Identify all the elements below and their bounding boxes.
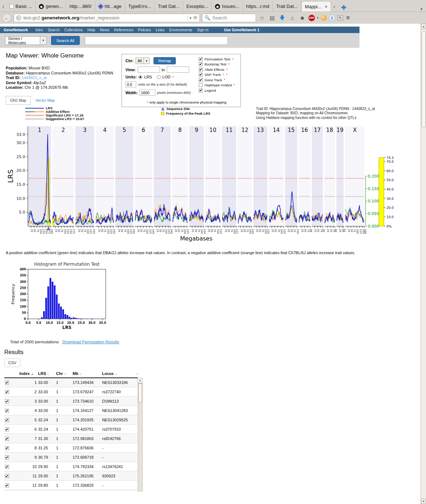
column-header-chr[interactable]: Chr ⬦ xyxy=(55,370,72,378)
download-permutation-link[interactable]: Download Permutation Results xyxy=(63,340,119,344)
category-dropdown-icon[interactable]: ▼ xyxy=(40,37,46,45)
nav-item-search[interactable]: Search xyxy=(48,28,60,32)
remap-button[interactable]: Remap xyxy=(154,57,175,64)
nav-item-collections[interactable]: Collections xyxy=(64,28,83,32)
svg-text:75: 75 xyxy=(83,229,86,232)
nav-item-policies[interactable]: Policies xyxy=(138,28,151,32)
search-all-button[interactable]: Search All xyxy=(51,36,80,45)
trait-id-link[interactable]: 1443823_s_at xyxy=(20,75,47,80)
nav-item-help[interactable]: Help xyxy=(87,28,95,32)
browser-tab[interactable]: genen... xyxy=(36,1,66,12)
notes-addon-icon[interactable]: ✎ xyxy=(337,15,343,20)
tab-scroll-right-icon[interactable]: › xyxy=(331,1,338,12)
column-header-mb[interactable]: Mb ⬦ xyxy=(72,370,101,378)
chromosome-select[interactable]: All▼ xyxy=(136,58,150,64)
stylish-addon-icon[interactable]: S xyxy=(329,15,335,21)
nav-item-environments[interactable]: Environments xyxy=(169,28,192,32)
browser-tab[interactable]: https...r.md xyxy=(243,1,273,12)
units-lod-radio[interactable] xyxy=(157,75,161,79)
adblock-icon[interactable]: ABP xyxy=(308,15,315,21)
checkbox[interactable]: ✔ xyxy=(199,57,203,61)
chat-icon[interactable]: ☻ xyxy=(298,15,306,21)
browser-tab[interactable]: http:...880/ xyxy=(66,1,95,12)
row-checkbox[interactable]: ✔ xyxy=(5,390,9,394)
results-table-scrollbar[interactable]: ▲ xyxy=(138,378,143,491)
tab-list-dropdown-icon[interactable]: ▾ xyxy=(417,7,426,12)
svg-text:50: 50 xyxy=(290,229,293,232)
csv-export-button[interactable]: CSV xyxy=(4,358,20,367)
browser-tab[interactable]: htt...age xyxy=(95,1,125,12)
scroll-down-icon[interactable]: ▼ xyxy=(421,499,426,504)
checkbox[interactable]: ✔ xyxy=(199,78,203,82)
units-lrs-radio[interactable] xyxy=(138,75,142,79)
svg-text:35.0: 35.0 xyxy=(99,321,106,325)
global-search-input[interactable] xyxy=(85,36,228,45)
row-checkbox[interactable]: ✔ xyxy=(5,474,9,478)
width-input[interactable] xyxy=(139,90,155,96)
row-checkbox[interactable]: ✔ xyxy=(5,455,9,459)
yaxis-units-input[interactable] xyxy=(125,81,136,87)
url-bar[interactable]: test-gn2.genenetwork.org/marker_regressi… xyxy=(14,14,200,22)
url-text[interactable]: test-gn2.genenetwork.org/marker_regressi… xyxy=(23,15,185,20)
reload-icon[interactable]: ⟳ xyxy=(193,15,197,20)
scroll-up-icon[interactable]: ▲ xyxy=(138,378,142,383)
nav-item-references[interactable]: References xyxy=(114,28,133,32)
checkbox[interactable] xyxy=(199,83,203,87)
search-input[interactable]: 🔍 Search xyxy=(202,14,256,22)
genenetwork-brand[interactable]: GeneNetwork xyxy=(4,28,28,32)
scroll-up-icon[interactable]: ▲ xyxy=(421,24,426,29)
checkbox[interactable]: ✔ xyxy=(199,73,203,77)
legend-item: Frequency of the Peak LRS xyxy=(161,111,210,116)
svg-text:50: 50 xyxy=(210,229,213,232)
bookmark-star-icon[interactable]: ☆ xyxy=(258,15,266,21)
new-tab-button[interactable]: ✚ xyxy=(338,4,350,12)
checkbox[interactable]: ✔ xyxy=(199,62,203,66)
url-dropdown-icon[interactable]: ▾ xyxy=(187,16,192,20)
row-checkbox[interactable]: ✔ xyxy=(5,446,9,450)
proxy-addon-icon[interactable] xyxy=(321,15,327,21)
line-greenorange-swatch xyxy=(25,111,44,112)
nav-item-news[interactable]: News xyxy=(100,28,109,32)
reading-list-icon[interactable]: ▤ xyxy=(268,15,276,21)
home-icon[interactable]: ⌂ xyxy=(288,15,296,21)
site-identity-icon[interactable] xyxy=(16,15,21,20)
close-tab-icon[interactable]: × xyxy=(325,4,327,9)
category-select[interactable]: Genes / Molecules ▼ xyxy=(5,36,47,45)
nav-item-intro[interactable]: Intro xyxy=(36,28,43,32)
nav-item-links[interactable]: Links xyxy=(156,28,165,32)
row-checkbox[interactable]: ✔ xyxy=(5,399,9,403)
adblock-dropdown-icon[interactable]: ▾ xyxy=(317,16,319,19)
browser-tab[interactable]: Mappi...× xyxy=(301,1,331,12)
browser-scrollbar[interactable]: ▲ ▼ xyxy=(421,24,426,504)
tab-scroll-left-icon[interactable]: ‹ xyxy=(0,1,6,12)
row-checkbox[interactable]: ✔ xyxy=(5,409,9,413)
column-header-index[interactable]: Index ▲ xyxy=(19,370,37,378)
browser-tab[interactable]: Trait Dat... xyxy=(273,1,301,12)
back-button[interactable]: ← xyxy=(2,13,12,23)
browser-tab[interactable]: Basic ... xyxy=(6,1,36,12)
browser-tab[interactable]: TypeErro... xyxy=(125,1,155,12)
view-from-input[interactable] xyxy=(138,67,160,73)
view-to-input[interactable] xyxy=(167,67,189,73)
downloads-icon[interactable] xyxy=(280,17,285,20)
checkbox[interactable]: ✔ xyxy=(199,68,203,72)
tab-vector-map[interactable]: Vector Map xyxy=(36,98,55,102)
column-header-locus[interactable]: Locus ⬦ xyxy=(101,370,136,378)
row-checkbox[interactable]: ✔ xyxy=(5,465,9,469)
scrollbar-thumb[interactable] xyxy=(138,384,142,402)
use-genenetwork1-link[interactable]: Use GeneNetwork 1 xyxy=(224,28,260,32)
tab-gn1-map[interactable]: GN1 Map xyxy=(6,96,31,105)
row-checkbox[interactable]: ✔ xyxy=(5,381,9,385)
browser-tab[interactable]: Exceptio... xyxy=(183,1,212,12)
nav-item-sign-in[interactable]: Sign in xyxy=(197,28,209,32)
browser-tab[interactable]: Trait Dat... xyxy=(155,1,183,12)
row-checkbox[interactable]: ✔ xyxy=(5,418,9,422)
row-checkbox[interactable]: ✔ xyxy=(5,437,9,441)
browser-scrollbar-thumb[interactable] xyxy=(422,31,426,128)
column-header-lrs[interactable]: LRS ⬦ xyxy=(37,370,55,378)
row-checkbox[interactable]: ✔ xyxy=(5,427,9,431)
browser-tab[interactable]: Issues... xyxy=(212,1,243,12)
hamburger-menu-icon[interactable]: ≡ xyxy=(346,14,350,22)
checkbox[interactable]: ✔ xyxy=(199,88,203,92)
row-checkbox[interactable]: ✔ xyxy=(5,484,9,487)
